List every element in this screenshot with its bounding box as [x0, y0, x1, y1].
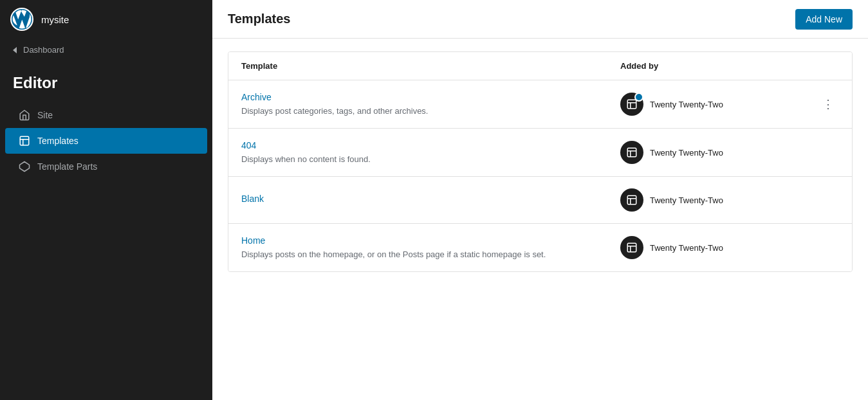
added-by-404: Twenty Twenty-Two: [620, 141, 813, 164]
sidebar-item-templates-label: Templates: [37, 136, 78, 146]
column-header-added-by: Added by: [620, 61, 813, 71]
editor-title: Editor: [0, 61, 212, 102]
theme-icon-404: [620, 141, 643, 164]
table-row: Home Displays posts on the homepage, or …: [228, 224, 852, 271]
wp-logo-icon: [10, 8, 33, 31]
table-header: Template Added by: [228, 52, 852, 80]
template-desc-archive: Displays post categories, tags, and othe…: [241, 106, 428, 116]
theme-icon-archive: [620, 93, 643, 116]
diamond-icon: [18, 160, 31, 173]
added-by-blank: Twenty Twenty-Two: [620, 188, 813, 212]
sidebar: mysite Dashboard Editor Site Templates: [0, 0, 212, 400]
site-name: mysite: [41, 14, 69, 25]
chevron-left-icon: [13, 47, 17, 53]
theme-icon-blank: [620, 188, 643, 212]
template-info-blank: Blank: [241, 194, 620, 206]
theme-icon-home: [620, 236, 643, 259]
svg-rect-11: [627, 195, 636, 205]
layout-icon: [18, 134, 31, 147]
home-icon: [18, 109, 31, 122]
table-row: Blank Twenty Twenty-Two: [228, 177, 852, 224]
theme-name-404: Twenty Twenty-Two: [650, 148, 723, 158]
template-info: Archive Displays post categories, tags, …: [241, 92, 620, 116]
svg-rect-5: [627, 100, 636, 109]
templates-table: Template Added by Archive Displays post …: [228, 51, 853, 272]
sidebar-item-template-parts-label: Template Parts: [37, 161, 97, 172]
added-by-archive: Twenty Twenty-Two: [620, 93, 813, 116]
theme-name-blank: Twenty Twenty-Two: [650, 195, 723, 205]
sidebar-item-template-parts[interactable]: Template Parts: [5, 154, 207, 179]
template-name-blank[interactable]: Blank: [241, 194, 620, 204]
svg-rect-14: [627, 243, 636, 252]
added-by-home: Twenty Twenty-Two: [620, 236, 813, 259]
sidebar-header: mysite: [0, 0, 212, 39]
sidebar-item-site-label: Site: [37, 110, 53, 120]
column-header-template: Template: [241, 61, 620, 71]
add-new-button[interactable]: Add New: [795, 9, 853, 30]
dashboard-link[interactable]: Dashboard: [0, 39, 212, 61]
sidebar-item-templates[interactable]: Templates: [5, 128, 207, 154]
dashboard-label: Dashboard: [23, 45, 64, 55]
template-info-404: 404 Displays when no content is found.: [241, 140, 620, 165]
svg-rect-1: [20, 136, 29, 145]
more-actions-button-archive[interactable]: ⋮: [817, 96, 839, 113]
main-content: Templates Add New Template Added by Arch…: [212, 0, 868, 400]
theme-name-archive: Twenty Twenty-Two: [650, 100, 723, 109]
top-bar: Templates Add New: [212, 0, 868, 39]
template-info-home: Home Displays posts on the homepage, or …: [241, 235, 620, 260]
svg-marker-4: [20, 162, 30, 172]
template-desc-404: Displays when no content is found.: [241, 154, 371, 164]
row-actions-archive: ⋮: [813, 96, 839, 113]
sidebar-item-site[interactable]: Site: [5, 102, 207, 128]
svg-rect-8: [627, 148, 636, 157]
template-name-404[interactable]: 404: [241, 140, 620, 150]
template-name-home[interactable]: Home: [241, 235, 620, 246]
table-row: Archive Displays post categories, tags, …: [228, 80, 852, 129]
theme-name-home: Twenty Twenty-Two: [650, 243, 723, 253]
page-title: Templates: [228, 12, 290, 26]
template-name-archive[interactable]: Archive: [241, 92, 620, 102]
table-row: 404 Displays when no content is found. T…: [228, 129, 852, 177]
template-desc-home: Displays posts on the homepage, or on th…: [241, 250, 546, 259]
